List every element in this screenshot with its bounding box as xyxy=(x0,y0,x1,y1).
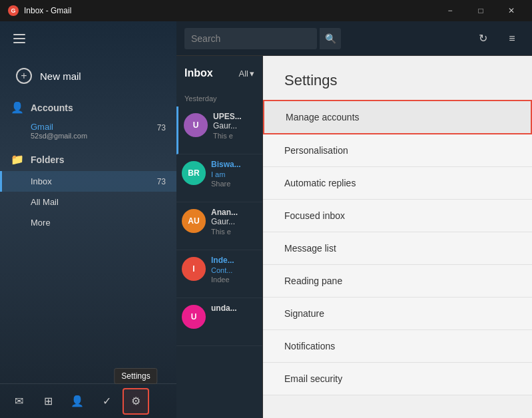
date-divider: Yesterday xyxy=(176,91,262,106)
email-preview-1b: Share xyxy=(211,180,257,188)
folder-all-mail[interactable]: All Mail xyxy=(0,192,176,212)
sync-button[interactable]: ↻ xyxy=(471,27,495,51)
title-bar-left: G Inbox - Gmail xyxy=(8,5,71,16)
avatar-4: U xyxy=(182,305,206,329)
gmail-badge: 73 xyxy=(157,123,166,132)
calendar-bottom-button[interactable]: ⊞ xyxy=(35,388,61,415)
title-bar-controls: − □ ✕ xyxy=(435,0,527,21)
email-security-label: Email security xyxy=(284,373,342,384)
settings-item-signature[interactable]: Signature xyxy=(263,298,532,330)
manage-accounts-label: Manage accounts xyxy=(286,112,360,122)
sidebar: + New mail 👤 Accounts 73 Gmail 52sd@gmai… xyxy=(0,21,176,418)
email-sender-0b: Gaur... xyxy=(213,121,257,130)
folders-icon: 📁 xyxy=(11,153,24,166)
email-item-1[interactable]: BR Biswa... I am Share xyxy=(176,154,262,202)
gmail-account-item[interactable]: 73 Gmail 52sd@gmail.com xyxy=(0,119,176,142)
settings-item-notifications[interactable]: Notifications xyxy=(263,330,532,363)
right-panel: 🔍 ↻ ≡ Inbox All xyxy=(176,21,532,418)
email-list-panel: Inbox All ▾ Yesterday U UPES... Gaur. xyxy=(176,56,263,418)
sync-icon: ↻ xyxy=(479,32,487,45)
email-content-0: UPES... Gaur... This e xyxy=(213,112,257,140)
gmail-account-email: 52sd@gmail.com xyxy=(31,132,166,140)
hamburger-line-1 xyxy=(13,34,25,35)
email-sender-2: Anan... xyxy=(211,208,257,217)
filter-button[interactable]: ≡ xyxy=(500,27,524,51)
email-content-1: Biswa... I am Share xyxy=(211,160,257,188)
all-filter-label: All xyxy=(239,69,248,79)
folder-more[interactable]: More xyxy=(0,212,176,233)
app-icon: G xyxy=(8,5,19,16)
email-preview-3b: Indee xyxy=(211,276,257,284)
search-input[interactable] xyxy=(184,28,317,49)
avatar-2: AU xyxy=(182,209,206,233)
accounts-section-header[interactable]: 👤 Accounts xyxy=(0,96,176,119)
app-layout: + New mail 👤 Accounts 73 Gmail 52sd@gmai… xyxy=(0,21,532,418)
avatar-0: U xyxy=(184,113,208,137)
folder-inbox-badge: 73 xyxy=(157,177,166,186)
folders-section-label: Folders xyxy=(31,154,65,165)
settings-panel: Settings Manage accounts Personalisation… xyxy=(263,56,532,418)
settings-item-automatic-replies[interactable]: Automatic replies xyxy=(263,167,532,200)
settings-item-email-security[interactable]: Email security xyxy=(263,363,532,395)
hamburger-line-3 xyxy=(13,42,25,43)
check-bottom-button[interactable]: ✓ xyxy=(93,388,120,415)
settings-gear-icon: ⚙ xyxy=(131,395,140,407)
content-row: Inbox All ▾ Yesterday U UPES... Gaur. xyxy=(176,56,532,418)
people-bottom-button[interactable]: 👤 xyxy=(64,388,91,415)
folder-all-mail-label: All Mail xyxy=(31,197,59,207)
email-item-2[interactable]: AU Anan... Gaur... This e xyxy=(176,202,262,250)
email-preview-0: This e xyxy=(213,132,257,140)
email-item-0[interactable]: U UPES... Gaur... This e xyxy=(176,106,262,154)
email-item-3[interactable]: I Inde... Cont... Indee xyxy=(176,250,262,298)
new-mail-plus-icon: + xyxy=(16,68,32,84)
automatic-replies-label: Automatic replies xyxy=(284,178,356,188)
settings-bottom-button[interactable]: ⚙ xyxy=(123,388,149,415)
settings-item-manage-accounts[interactable]: Manage accounts xyxy=(263,100,532,134)
hamburger-button[interactable] xyxy=(11,31,28,46)
signature-label: Signature xyxy=(284,308,324,319)
personalisation-label: Personalisation xyxy=(284,145,348,156)
settings-title: Settings xyxy=(263,56,532,100)
email-item-4[interactable]: U unda... xyxy=(176,298,262,346)
avatar-1: BR xyxy=(182,161,206,185)
calendar-bottom-icon: ⊞ xyxy=(44,395,53,407)
close-button[interactable]: ✕ xyxy=(496,0,527,21)
email-content-3: Inde... Cont... Indee xyxy=(211,256,257,284)
folders-section: 📁 Folders Inbox 73 All Mail More xyxy=(0,148,176,233)
email-sender-2b: Gaur... xyxy=(211,217,257,226)
maximize-button[interactable]: □ xyxy=(465,0,496,21)
settings-item-personalisation[interactable]: Personalisation xyxy=(263,134,532,167)
focused-inbox-label: Focused inbox xyxy=(284,210,345,221)
search-icon: 🔍 xyxy=(325,33,336,44)
accounts-section-label: Accounts xyxy=(31,103,73,113)
folders-section-header[interactable]: 📁 Folders xyxy=(0,148,176,171)
message-list-label: Message list xyxy=(284,243,336,254)
notifications-label: Notifications xyxy=(284,341,335,351)
window-title: Inbox - Gmail xyxy=(24,6,71,15)
minimize-button[interactable]: − xyxy=(435,0,465,21)
settings-tooltip: Settings xyxy=(114,368,157,384)
reading-pane-label: Reading pane xyxy=(284,276,342,286)
settings-item-message-list[interactable]: Message list xyxy=(263,232,532,265)
main-content: 🔍 ↻ ≡ Inbox All xyxy=(176,21,532,418)
hamburger-line-2 xyxy=(13,38,25,39)
sidebar-bottom: ✉ ⊞ 👤 ✓ Settings ⚙ xyxy=(0,383,176,418)
email-preview-2: This e xyxy=(211,228,257,236)
email-content-2: Anan... Gaur... This e xyxy=(211,208,257,236)
folder-more-label: More xyxy=(31,218,51,228)
filter-chevron-icon: ▾ xyxy=(250,69,254,79)
people-bottom-icon: 👤 xyxy=(71,395,84,407)
settings-item-focused-inbox[interactable]: Focused inbox xyxy=(263,200,532,232)
mail-bottom-button[interactable]: ✉ xyxy=(5,388,32,415)
email-content-4: unda... xyxy=(211,304,257,313)
gmail-account-name: Gmail xyxy=(31,122,166,132)
inbox-header: Inbox All ▾ xyxy=(176,56,262,91)
settings-btn-wrapper: Settings ⚙ xyxy=(123,388,149,415)
settings-item-reading-pane[interactable]: Reading pane xyxy=(263,265,532,298)
folder-inbox[interactable]: Inbox 73 xyxy=(0,171,176,192)
new-mail-button[interactable]: + New mail xyxy=(11,61,166,91)
title-bar: G Inbox - Gmail − □ ✕ xyxy=(0,0,532,21)
search-button[interactable]: 🔍 xyxy=(320,28,341,49)
inbox-label: Inbox xyxy=(184,67,234,79)
all-filter[interactable]: All ▾ xyxy=(239,69,254,79)
